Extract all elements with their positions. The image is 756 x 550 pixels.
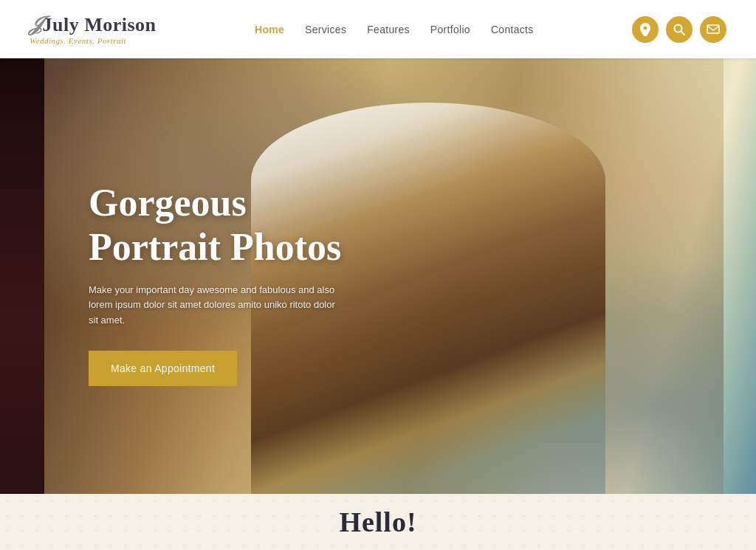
logo-name: 𝒥July Morison [30, 13, 157, 36]
feather-icon: 𝒥 [30, 13, 41, 36]
nav-features[interactable]: Features [367, 24, 410, 35]
main-nav: Home Services Features Portfolio Contact… [255, 24, 534, 35]
search-icon-button[interactable] [666, 16, 693, 43]
header-icon-group [632, 16, 726, 43]
cta-button[interactable]: Make an Appointment [89, 351, 237, 386]
location-icon-button[interactable] [632, 16, 659, 43]
hello-heading: Hello! [339, 506, 416, 538]
nav-portfolio[interactable]: Portfolio [430, 24, 470, 35]
nav-contacts[interactable]: Contacts [491, 24, 534, 35]
hero-section: Gorgeous Portrait Photos Make your impor… [0, 58, 756, 494]
bottom-section: Hello! [0, 494, 756, 550]
hero-subtext: Make your important day awesome and fabu… [89, 283, 340, 329]
site-header: 𝒥July Morison Weddings. Events. Portrait… [0, 0, 756, 58]
nav-home[interactable]: Home [255, 24, 284, 35]
svg-rect-2 [707, 25, 719, 33]
hero-content: Gorgeous Portrait Photos Make your impor… [0, 58, 756, 494]
logo-tagline: Weddings. Events. Portrait [30, 36, 126, 45]
hero-heading: Gorgeous Portrait Photos [89, 181, 362, 269]
nav-services[interactable]: Services [305, 24, 346, 35]
logo[interactable]: 𝒥July Morison Weddings. Events. Portrait [30, 13, 157, 45]
svg-line-1 [681, 31, 685, 35]
email-icon-button[interactable] [700, 16, 726, 43]
